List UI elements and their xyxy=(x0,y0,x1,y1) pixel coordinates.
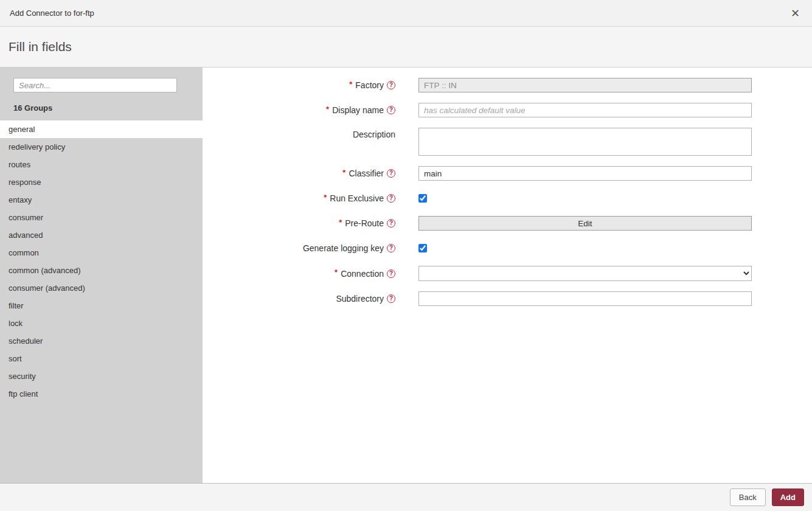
modal-footer: Back Add xyxy=(0,483,812,511)
connection-label: Connection xyxy=(341,269,384,279)
sidebar-item-label: response xyxy=(9,178,41,187)
sidebar-item-security[interactable]: security xyxy=(0,367,203,385)
help-icon[interactable]: ? xyxy=(387,81,395,89)
modal-header: Add Connector to for-ftp ✕ xyxy=(0,0,812,27)
sidebar-item-label: advanced xyxy=(9,231,43,240)
run-exclusive-label: Run Exclusive xyxy=(330,193,384,203)
add-connector-modal: Add Connector to for-ftp ✕ Fill in field… xyxy=(0,0,812,511)
sidebar-item-label: entaxy xyxy=(9,195,32,204)
run-exclusive-checkbox[interactable] xyxy=(418,194,427,203)
sidebar-item-scheduler[interactable]: scheduler xyxy=(0,332,203,350)
sidebar-item-common[interactable]: common xyxy=(0,244,203,262)
sidebar-item-sort[interactable]: sort xyxy=(0,350,203,367)
subdirectory-label: Subdirectory xyxy=(336,294,384,304)
sidebar-item-label: general xyxy=(9,125,35,134)
subdirectory-input[interactable] xyxy=(418,291,752,306)
sidebar-item-filter[interactable]: filter xyxy=(0,297,203,315)
sidebar-item-label: sort xyxy=(9,354,22,363)
description-label: Description xyxy=(353,130,395,139)
sidebar-item-label: consumer xyxy=(9,213,43,222)
connection-select[interactable] xyxy=(418,266,752,281)
close-icon[interactable]: ✕ xyxy=(788,7,802,20)
form-row-factory: * Factory ? xyxy=(203,78,812,92)
sidebar-item-label: ftp client xyxy=(9,389,38,398)
required-marker: * xyxy=(324,193,327,202)
sidebar-item-general[interactable]: general xyxy=(0,120,203,138)
form-row-pre-route: * Pre-Route ? Edit xyxy=(203,216,812,231)
modal-title: Add Connector to for-ftp xyxy=(10,9,94,18)
form-row-connection: * Connection ? xyxy=(203,266,812,281)
required-marker: * xyxy=(349,80,352,89)
form-row-classifier: * Classifier ? xyxy=(203,166,812,181)
sidebar-group-list: general redelivery policy routes respons… xyxy=(0,120,203,483)
description-textarea[interactable] xyxy=(418,128,752,156)
modal-subheader: Fill in fields xyxy=(0,27,812,68)
sidebar-item-label: redelivery policy xyxy=(9,142,65,151)
factory-input xyxy=(418,78,752,92)
form-row-display-name: * Display name ? xyxy=(203,103,812,117)
sidebar-item-ftp-client[interactable]: ftp client xyxy=(0,385,203,403)
add-button[interactable]: Add xyxy=(772,488,804,506)
back-button[interactable]: Back xyxy=(730,488,766,506)
help-icon[interactable]: ? xyxy=(387,169,395,178)
display-name-input[interactable] xyxy=(418,103,752,117)
form-row-subdirectory: Subdirectory ? xyxy=(203,291,812,306)
search-input[interactable] xyxy=(13,78,177,92)
factory-label: Factory xyxy=(355,80,384,90)
sidebar-item-consumer-advanced[interactable]: consumer (advanced) xyxy=(0,279,203,297)
sidebar-item-label: common xyxy=(9,248,39,257)
required-marker: * xyxy=(335,268,338,277)
generate-logging-key-label: Generate logging key xyxy=(303,243,384,253)
sidebar-item-label: common (advanced) xyxy=(9,266,81,275)
sidebar-item-label: consumer (advanced) xyxy=(9,283,85,293)
pre-route-edit-button[interactable]: Edit xyxy=(418,216,752,231)
help-icon[interactable]: ? xyxy=(387,294,395,303)
sidebar-item-redelivery-policy[interactable]: redelivery policy xyxy=(0,138,203,156)
sidebar-item-label: lock xyxy=(9,319,23,328)
help-icon[interactable]: ? xyxy=(387,194,395,203)
groups-count-label: 16 Groups xyxy=(13,103,203,113)
form-row-generate-logging-key: Generate logging key ? xyxy=(203,241,812,255)
required-marker: * xyxy=(342,168,345,177)
help-icon[interactable]: ? xyxy=(387,106,395,114)
classifier-label: Classifier xyxy=(349,169,384,178)
classifier-input[interactable] xyxy=(418,166,752,181)
form-row-description: Description xyxy=(203,128,812,156)
sidebar-item-common-advanced[interactable]: common (advanced) xyxy=(0,262,203,279)
sidebar-item-lock[interactable]: lock xyxy=(0,315,203,332)
display-name-label: Display name xyxy=(332,105,384,115)
sidebar-item-label: security xyxy=(9,372,36,381)
modal-body: 16 Groups general redelivery policy rout… xyxy=(0,68,812,483)
page-title: Fill in fields xyxy=(9,40,72,54)
sidebar-item-entaxy[interactable]: entaxy xyxy=(0,191,203,209)
sidebar-item-label: routes xyxy=(9,160,30,169)
sidebar-item-advanced[interactable]: advanced xyxy=(0,226,203,244)
required-marker: * xyxy=(339,218,342,227)
sidebar-item-routes[interactable]: routes xyxy=(0,156,203,173)
groups-sidebar: 16 Groups general redelivery policy rout… xyxy=(0,68,203,483)
required-marker: * xyxy=(326,105,329,114)
help-icon[interactable]: ? xyxy=(387,244,395,252)
help-icon[interactable]: ? xyxy=(387,219,395,228)
form-row-run-exclusive: * Run Exclusive ? xyxy=(203,191,812,206)
sidebar-item-response[interactable]: response xyxy=(0,173,203,191)
help-icon[interactable]: ? xyxy=(387,269,395,278)
pre-route-label: Pre-Route xyxy=(345,218,384,228)
sidebar-top: 16 Groups xyxy=(0,68,203,120)
sidebar-item-label: filter xyxy=(9,301,24,310)
generate-logging-key-checkbox[interactable] xyxy=(418,244,427,252)
sidebar-item-consumer[interactable]: consumer xyxy=(0,209,203,226)
form-area: * Factory ? * Display name ? xyxy=(203,68,812,483)
sidebar-item-label: scheduler xyxy=(9,336,43,346)
